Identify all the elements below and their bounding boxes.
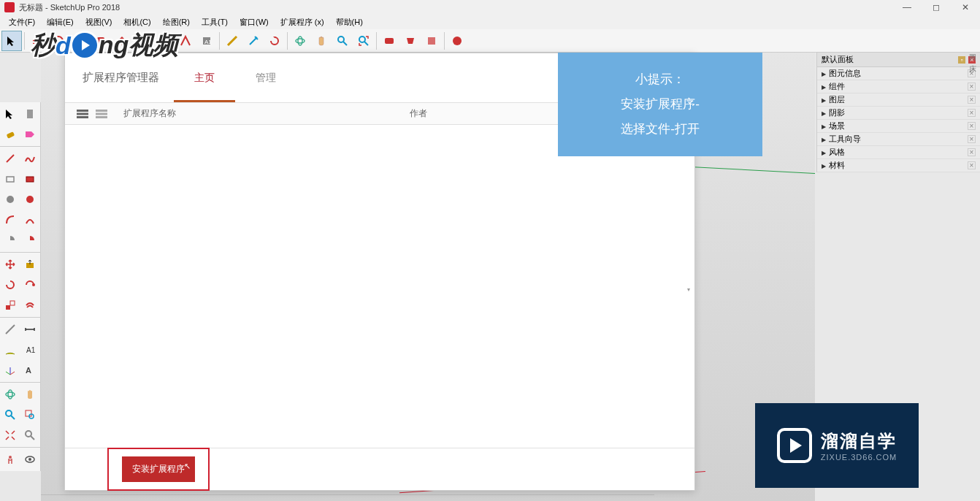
toolbar-separator bbox=[376, 32, 377, 50]
panel-item-instructor[interactable]: ▶工具向导× bbox=[817, 133, 980, 146]
zoomext-icon[interactable] bbox=[0, 425, 20, 445]
svg-line-39 bbox=[31, 436, 34, 440]
line-icon[interactable] bbox=[0, 148, 20, 169]
close-icon[interactable]: × bbox=[968, 83, 976, 91]
pin-icon[interactable]: ▫ bbox=[958, 56, 965, 64]
orbit-icon[interactable] bbox=[0, 384, 20, 405]
select-icon[interactable] bbox=[0, 104, 20, 124]
menu-extensions[interactable]: 扩展程序 (x) bbox=[275, 15, 330, 29]
svg-line-11 bbox=[364, 42, 368, 45]
circle-icon[interactable] bbox=[0, 189, 20, 210]
svg-point-33 bbox=[8, 390, 12, 399]
polygon-icon[interactable] bbox=[20, 189, 41, 210]
svg-rect-48 bbox=[96, 116, 107, 118]
maximize-button[interactable]: ◻ bbox=[922, 0, 951, 15]
tape-icon[interactable] bbox=[0, 319, 20, 340]
protractor-icon[interactable] bbox=[0, 340, 20, 360]
dim-icon[interactable] bbox=[20, 319, 41, 340]
tip-line1: 小提示： bbox=[635, 67, 685, 92]
close-icon[interactable]: × bbox=[968, 135, 976, 143]
tool-19[interactable] bbox=[400, 31, 421, 51]
panel-item-entityinfo[interactable]: ▶图元信息× bbox=[817, 67, 980, 80]
close-icon[interactable]: × bbox=[968, 148, 976, 156]
wm-right-title: 溜溜自学 bbox=[821, 429, 897, 453]
zoom-tool[interactable] bbox=[332, 31, 353, 51]
tag-icon[interactable] bbox=[20, 124, 41, 145]
select-tool[interactable] bbox=[1, 31, 22, 51]
move-icon[interactable] bbox=[0, 254, 20, 275]
arc-icon[interactable] bbox=[0, 210, 20, 230]
svg-point-38 bbox=[26, 431, 31, 437]
window-controls: — ◻ ✕ bbox=[892, 0, 980, 15]
watermark-left: 秒 d ng视频 bbox=[31, 23, 184, 67]
rotate-icon[interactable] bbox=[0, 275, 20, 295]
svg-point-34 bbox=[6, 410, 12, 416]
toggle-grid-icon[interactable] bbox=[94, 107, 109, 121]
tool-12[interactable] bbox=[243, 31, 264, 51]
cursor-icon: ↖ bbox=[184, 462, 191, 471]
svg-rect-19 bbox=[26, 177, 34, 182]
zoom-extents-tool[interactable] bbox=[353, 31, 374, 51]
menu-help[interactable]: 帮助(H) bbox=[330, 15, 369, 29]
lasso-icon[interactable] bbox=[20, 104, 41, 124]
eye-icon[interactable] bbox=[20, 449, 41, 470]
side-tab[interactable]: 圖 bbox=[969, 53, 976, 63]
pushpull-icon[interactable] bbox=[20, 254, 41, 275]
3dtext-icon[interactable]: A bbox=[20, 360, 41, 380]
tool-13[interactable] bbox=[264, 31, 285, 51]
scale-icon[interactable] bbox=[0, 295, 20, 315]
tab-manage[interactable]: 管理 bbox=[250, 53, 282, 102]
svg-line-26 bbox=[6, 325, 15, 334]
svg-point-7 bbox=[298, 37, 302, 45]
tool-20[interactable] bbox=[421, 31, 442, 51]
install-extension-button[interactable]: 安装扩展程序 ↖ bbox=[122, 456, 195, 482]
orbit-tool[interactable] bbox=[290, 31, 310, 51]
wm-text: 秒 bbox=[31, 28, 55, 62]
prev-icon[interactable] bbox=[20, 425, 41, 445]
offset-icon[interactable] bbox=[20, 295, 41, 315]
panel-item-shadows[interactable]: ▶阴影× bbox=[817, 107, 980, 120]
tab-home[interactable]: 主页 bbox=[188, 53, 221, 102]
col-ext-name: 扩展程序名称 bbox=[123, 107, 176, 120]
text-icon[interactable]: A1 bbox=[20, 340, 41, 360]
followme-icon[interactable] bbox=[20, 275, 41, 295]
arc2-icon[interactable] bbox=[20, 210, 41, 230]
panel-item-layers[interactable]: ▶图层× bbox=[817, 93, 980, 107]
watermark-right: 溜溜自学 ZIXUE.3D66.COM bbox=[755, 403, 919, 488]
scroll-indicator[interactable]: ▾ bbox=[687, 286, 693, 292]
pan-icon[interactable] bbox=[20, 384, 41, 405]
pie-icon[interactable] bbox=[0, 230, 20, 250]
pan-tool[interactable] bbox=[311, 31, 332, 51]
tool-10[interactable]: A1 bbox=[196, 31, 217, 51]
close-icon[interactable]: × bbox=[968, 161, 976, 169]
minimize-button[interactable]: — bbox=[892, 0, 922, 15]
svg-rect-15 bbox=[27, 110, 33, 118]
close-button[interactable]: ✕ bbox=[951, 0, 980, 15]
person-icon[interactable] bbox=[0, 449, 20, 470]
menu-window[interactable]: 窗口(W) bbox=[234, 15, 275, 29]
axes-icon[interactable] bbox=[0, 360, 20, 380]
rect-icon[interactable] bbox=[0, 169, 20, 189]
eraser-icon[interactable] bbox=[0, 124, 20, 145]
tool-18[interactable] bbox=[379, 31, 399, 51]
close-icon[interactable]: × bbox=[968, 122, 976, 130]
panel-item-styles[interactable]: ▶风格× bbox=[817, 146, 980, 159]
panel-item-components[interactable]: ▶组件× bbox=[817, 80, 980, 93]
rrect-icon[interactable] bbox=[20, 169, 41, 189]
svg-line-30 bbox=[6, 372, 10, 375]
menu-tools[interactable]: 工具(T) bbox=[196, 15, 234, 29]
tip-line2: 安装扩展程序- bbox=[621, 92, 700, 117]
close-icon[interactable]: × bbox=[968, 109, 976, 117]
zoomwin-icon[interactable] bbox=[20, 405, 41, 425]
svg-line-29 bbox=[10, 372, 15, 375]
close-icon[interactable]: × bbox=[968, 96, 976, 104]
tool-11[interactable] bbox=[222, 31, 242, 51]
toggle-list-icon[interactable] bbox=[75, 107, 90, 121]
zoom-icon[interactable] bbox=[0, 405, 20, 425]
panel-item-scenes[interactable]: ▶场景× bbox=[817, 120, 980, 133]
freehand-icon[interactable] bbox=[20, 148, 41, 169]
pie2-icon[interactable] bbox=[20, 230, 41, 250]
panel-item-materials[interactable]: ▶材料× bbox=[817, 159, 980, 172]
side-tab[interactable]: 床 bbox=[969, 64, 976, 74]
tool-21[interactable] bbox=[447, 31, 467, 51]
